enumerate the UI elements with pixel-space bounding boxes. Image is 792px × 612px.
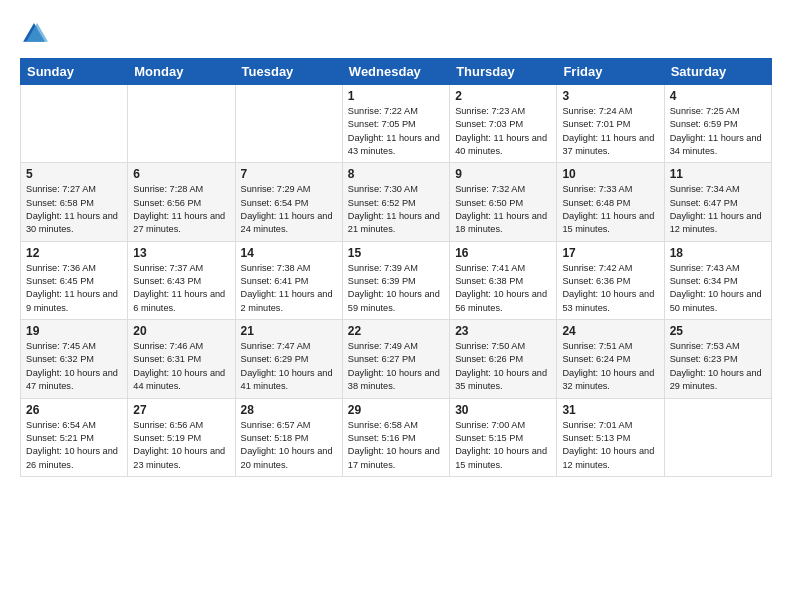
day-number: 4 — [670, 89, 766, 103]
day-info: Sunrise: 7:50 AMSunset: 6:26 PMDaylight:… — [455, 340, 551, 393]
day-info: Sunrise: 7:25 AMSunset: 6:59 PMDaylight:… — [670, 105, 766, 158]
day-cell: 8Sunrise: 7:30 AMSunset: 6:52 PMDaylight… — [342, 163, 449, 241]
day-number: 10 — [562, 167, 658, 181]
day-number: 22 — [348, 324, 444, 338]
week-row-3: 12Sunrise: 7:36 AMSunset: 6:45 PMDayligh… — [21, 241, 772, 319]
day-info: Sunrise: 7:29 AMSunset: 6:54 PMDaylight:… — [241, 183, 337, 236]
header-day-tuesday: Tuesday — [235, 59, 342, 85]
logo-icon — [20, 20, 48, 48]
logo — [20, 20, 52, 48]
day-cell: 7Sunrise: 7:29 AMSunset: 6:54 PMDaylight… — [235, 163, 342, 241]
day-cell: 13Sunrise: 7:37 AMSunset: 6:43 PMDayligh… — [128, 241, 235, 319]
day-cell: 29Sunrise: 6:58 AMSunset: 5:16 PMDayligh… — [342, 398, 449, 476]
day-info: Sunrise: 7:53 AMSunset: 6:23 PMDaylight:… — [670, 340, 766, 393]
day-info: Sunrise: 7:01 AMSunset: 5:13 PMDaylight:… — [562, 419, 658, 472]
day-cell — [664, 398, 771, 476]
day-cell: 17Sunrise: 7:42 AMSunset: 6:36 PMDayligh… — [557, 241, 664, 319]
day-info: Sunrise: 7:30 AMSunset: 6:52 PMDaylight:… — [348, 183, 444, 236]
day-info: Sunrise: 7:37 AMSunset: 6:43 PMDaylight:… — [133, 262, 229, 315]
day-number: 23 — [455, 324, 551, 338]
day-info: Sunrise: 7:49 AMSunset: 6:27 PMDaylight:… — [348, 340, 444, 393]
header-day-monday: Monday — [128, 59, 235, 85]
day-info: Sunrise: 7:34 AMSunset: 6:47 PMDaylight:… — [670, 183, 766, 236]
day-info: Sunrise: 7:00 AMSunset: 5:15 PMDaylight:… — [455, 419, 551, 472]
day-info: Sunrise: 7:42 AMSunset: 6:36 PMDaylight:… — [562, 262, 658, 315]
day-number: 25 — [670, 324, 766, 338]
day-cell: 9Sunrise: 7:32 AMSunset: 6:50 PMDaylight… — [450, 163, 557, 241]
day-cell: 25Sunrise: 7:53 AMSunset: 6:23 PMDayligh… — [664, 320, 771, 398]
day-cell — [235, 85, 342, 163]
day-number: 5 — [26, 167, 122, 181]
day-info: Sunrise: 6:58 AMSunset: 5:16 PMDaylight:… — [348, 419, 444, 472]
day-cell: 31Sunrise: 7:01 AMSunset: 5:13 PMDayligh… — [557, 398, 664, 476]
day-info: Sunrise: 7:33 AMSunset: 6:48 PMDaylight:… — [562, 183, 658, 236]
day-number: 24 — [562, 324, 658, 338]
day-number: 29 — [348, 403, 444, 417]
calendar-table: SundayMondayTuesdayWednesdayThursdayFrid… — [20, 58, 772, 477]
day-info: Sunrise: 6:57 AMSunset: 5:18 PMDaylight:… — [241, 419, 337, 472]
day-info: Sunrise: 7:38 AMSunset: 6:41 PMDaylight:… — [241, 262, 337, 315]
day-info: Sunrise: 7:22 AMSunset: 7:05 PMDaylight:… — [348, 105, 444, 158]
day-number: 7 — [241, 167, 337, 181]
day-number: 14 — [241, 246, 337, 260]
day-info: Sunrise: 7:47 AMSunset: 6:29 PMDaylight:… — [241, 340, 337, 393]
page: SundayMondayTuesdayWednesdayThursdayFrid… — [0, 0, 792, 612]
day-cell: 19Sunrise: 7:45 AMSunset: 6:32 PMDayligh… — [21, 320, 128, 398]
day-number: 26 — [26, 403, 122, 417]
day-number: 18 — [670, 246, 766, 260]
week-row-1: 1Sunrise: 7:22 AMSunset: 7:05 PMDaylight… — [21, 85, 772, 163]
day-cell: 18Sunrise: 7:43 AMSunset: 6:34 PMDayligh… — [664, 241, 771, 319]
day-info: Sunrise: 6:54 AMSunset: 5:21 PMDaylight:… — [26, 419, 122, 472]
day-number: 11 — [670, 167, 766, 181]
day-number: 30 — [455, 403, 551, 417]
day-info: Sunrise: 6:56 AMSunset: 5:19 PMDaylight:… — [133, 419, 229, 472]
day-cell: 16Sunrise: 7:41 AMSunset: 6:38 PMDayligh… — [450, 241, 557, 319]
day-cell: 21Sunrise: 7:47 AMSunset: 6:29 PMDayligh… — [235, 320, 342, 398]
day-number: 12 — [26, 246, 122, 260]
day-info: Sunrise: 7:46 AMSunset: 6:31 PMDaylight:… — [133, 340, 229, 393]
day-number: 9 — [455, 167, 551, 181]
day-number: 27 — [133, 403, 229, 417]
header-day-wednesday: Wednesday — [342, 59, 449, 85]
day-info: Sunrise: 7:39 AMSunset: 6:39 PMDaylight:… — [348, 262, 444, 315]
day-cell: 3Sunrise: 7:24 AMSunset: 7:01 PMDaylight… — [557, 85, 664, 163]
day-info: Sunrise: 7:32 AMSunset: 6:50 PMDaylight:… — [455, 183, 551, 236]
day-cell — [128, 85, 235, 163]
day-number: 1 — [348, 89, 444, 103]
week-row-4: 19Sunrise: 7:45 AMSunset: 6:32 PMDayligh… — [21, 320, 772, 398]
day-cell: 22Sunrise: 7:49 AMSunset: 6:27 PMDayligh… — [342, 320, 449, 398]
day-cell: 27Sunrise: 6:56 AMSunset: 5:19 PMDayligh… — [128, 398, 235, 476]
week-row-5: 26Sunrise: 6:54 AMSunset: 5:21 PMDayligh… — [21, 398, 772, 476]
day-cell: 15Sunrise: 7:39 AMSunset: 6:39 PMDayligh… — [342, 241, 449, 319]
day-info: Sunrise: 7:36 AMSunset: 6:45 PMDaylight:… — [26, 262, 122, 315]
day-cell: 2Sunrise: 7:23 AMSunset: 7:03 PMDaylight… — [450, 85, 557, 163]
header-day-thursday: Thursday — [450, 59, 557, 85]
day-cell: 24Sunrise: 7:51 AMSunset: 6:24 PMDayligh… — [557, 320, 664, 398]
header — [20, 16, 772, 48]
day-number: 8 — [348, 167, 444, 181]
day-cell: 10Sunrise: 7:33 AMSunset: 6:48 PMDayligh… — [557, 163, 664, 241]
day-cell — [21, 85, 128, 163]
day-cell: 20Sunrise: 7:46 AMSunset: 6:31 PMDayligh… — [128, 320, 235, 398]
week-row-2: 5Sunrise: 7:27 AMSunset: 6:58 PMDaylight… — [21, 163, 772, 241]
day-number: 15 — [348, 246, 444, 260]
day-cell: 6Sunrise: 7:28 AMSunset: 6:56 PMDaylight… — [128, 163, 235, 241]
day-info: Sunrise: 7:45 AMSunset: 6:32 PMDaylight:… — [26, 340, 122, 393]
day-cell: 11Sunrise: 7:34 AMSunset: 6:47 PMDayligh… — [664, 163, 771, 241]
day-number: 3 — [562, 89, 658, 103]
day-cell: 23Sunrise: 7:50 AMSunset: 6:26 PMDayligh… — [450, 320, 557, 398]
day-cell: 28Sunrise: 6:57 AMSunset: 5:18 PMDayligh… — [235, 398, 342, 476]
day-info: Sunrise: 7:28 AMSunset: 6:56 PMDaylight:… — [133, 183, 229, 236]
day-number: 20 — [133, 324, 229, 338]
day-number: 2 — [455, 89, 551, 103]
header-day-friday: Friday — [557, 59, 664, 85]
day-info: Sunrise: 7:24 AMSunset: 7:01 PMDaylight:… — [562, 105, 658, 158]
day-info: Sunrise: 7:41 AMSunset: 6:38 PMDaylight:… — [455, 262, 551, 315]
day-number: 13 — [133, 246, 229, 260]
day-number: 6 — [133, 167, 229, 181]
day-info: Sunrise: 7:43 AMSunset: 6:34 PMDaylight:… — [670, 262, 766, 315]
day-cell: 14Sunrise: 7:38 AMSunset: 6:41 PMDayligh… — [235, 241, 342, 319]
day-number: 28 — [241, 403, 337, 417]
day-cell: 1Sunrise: 7:22 AMSunset: 7:05 PMDaylight… — [342, 85, 449, 163]
day-number: 21 — [241, 324, 337, 338]
